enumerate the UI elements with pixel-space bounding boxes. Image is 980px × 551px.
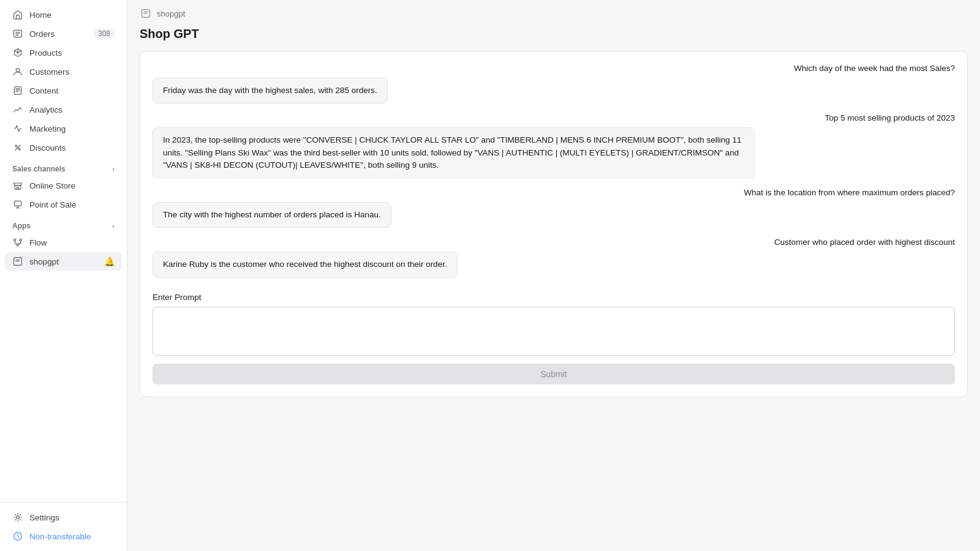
sidebar-item-label: Home xyxy=(29,10,115,20)
sidebar-item-label: Point of Sale xyxy=(29,200,115,209)
sidebar-item-label: shopgpt xyxy=(29,257,98,266)
non-transferable-icon xyxy=(12,531,23,542)
svg-point-7 xyxy=(14,239,16,241)
user-message-1: Which day of the week had the most Sales… xyxy=(794,64,955,73)
sidebar-item-content[interactable]: Content xyxy=(5,81,122,100)
sales-channels-section[interactable]: Sales channels › xyxy=(0,157,127,176)
marketing-icon xyxy=(12,123,23,134)
sidebar-item-label: Non-transferable xyxy=(29,532,115,541)
svg-point-8 xyxy=(20,239,21,241)
flow-icon xyxy=(12,237,23,248)
assistant-message-3: The city with the highest number of orde… xyxy=(153,202,391,228)
message-group-4: Customer who placed order with highest d… xyxy=(153,238,955,277)
svg-point-11 xyxy=(17,516,20,519)
sidebar-item-analytics[interactable]: Analytics xyxy=(5,100,122,119)
chevron-right-icon: › xyxy=(112,222,115,230)
store-icon xyxy=(12,180,23,191)
topbar-app-name: shopgpt xyxy=(157,9,185,18)
products-icon xyxy=(12,47,23,58)
svg-point-1 xyxy=(16,69,20,72)
bell-icon: 🔔 xyxy=(104,257,115,266)
prompt-section: Enter Prompt Submit xyxy=(153,293,955,384)
settings-icon xyxy=(12,512,23,523)
message-group-3: What is the location from where maximum … xyxy=(153,188,955,228)
sidebar-item-home[interactable]: Home xyxy=(5,6,122,24)
sidebar-item-customers[interactable]: Customers xyxy=(5,62,122,81)
analytics-icon xyxy=(12,104,23,115)
svg-rect-2 xyxy=(14,87,21,95)
message-group-2: Top 5 most selling products of 2023 In 2… xyxy=(153,113,955,178)
message-group-1: Which day of the week had the most Sales… xyxy=(153,64,955,103)
sidebar-item-orders[interactable]: Orders 308 xyxy=(5,24,122,43)
sidebar-item-label: Flow xyxy=(29,238,115,247)
sidebar-item-label: Settings xyxy=(29,513,115,522)
sidebar-item-products[interactable]: Products xyxy=(5,43,122,62)
sidebar-item-label: Discounts xyxy=(29,143,115,152)
user-message-2: Top 5 most selling products of 2023 xyxy=(825,113,955,122)
sidebar-item-non-transferable[interactable]: Non-transferable xyxy=(5,527,122,545)
shopgpt-icon xyxy=(12,256,23,267)
sidebar-item-discounts[interactable]: Discounts xyxy=(5,138,122,157)
sidebar-item-label: Customers xyxy=(29,67,115,77)
apps-label: Apps xyxy=(12,222,31,230)
sidebar-item-label: Products xyxy=(29,48,115,58)
svg-point-4 xyxy=(18,148,20,150)
sidebar-item-label: Orders xyxy=(29,29,88,39)
apps-section[interactable]: Apps › xyxy=(0,214,127,233)
sidebar-item-flow[interactable]: Flow xyxy=(5,233,122,252)
orders-badge: 308 xyxy=(94,29,115,39)
pos-icon xyxy=(12,199,23,210)
chat-container: Which day of the week had the most Sales… xyxy=(140,51,968,397)
prompt-label: Enter Prompt xyxy=(153,293,955,302)
sidebar: Home Orders 308 Products Customers Con xyxy=(0,0,127,551)
sidebar-item-label: Online Store xyxy=(29,181,115,190)
svg-rect-6 xyxy=(14,201,21,206)
user-message-3: What is the location from where maximum … xyxy=(744,188,955,197)
assistant-message-2: In 2023, the top-selling products were "… xyxy=(153,127,755,178)
topbar: shopgpt xyxy=(127,0,980,27)
sidebar-item-label: Content xyxy=(29,86,115,96)
discounts-icon xyxy=(12,142,23,153)
sidebar-item-point-of-sale[interactable]: Point of Sale xyxy=(5,195,122,214)
content-icon xyxy=(12,85,23,96)
sidebar-item-settings[interactable]: Settings xyxy=(5,508,122,527)
main-content: shopgpt Shop GPT Which day of the week h… xyxy=(127,0,980,551)
home-icon xyxy=(12,9,23,20)
assistant-message-1: Friday was the day with the highest sale… xyxy=(153,78,388,103)
page-title: Shop GPT xyxy=(127,27,980,51)
customers-icon xyxy=(12,66,23,77)
sales-channels-label: Sales channels xyxy=(12,165,66,173)
assistant-message-4: Karine Ruby is the customer who received… xyxy=(153,252,458,277)
shopgpt-topbar-icon xyxy=(140,7,152,20)
sidebar-item-label: Marketing xyxy=(29,124,115,133)
orders-icon xyxy=(12,28,23,39)
sidebar-item-online-store[interactable]: Online Store xyxy=(5,176,122,195)
user-message-4: Customer who placed order with highest d… xyxy=(774,238,955,247)
prompt-input[interactable] xyxy=(153,307,955,356)
svg-point-3 xyxy=(15,145,17,147)
submit-button[interactable]: Submit xyxy=(153,364,955,384)
chevron-right-icon: › xyxy=(112,165,115,173)
sidebar-item-label: Analytics xyxy=(29,105,115,114)
sidebar-item-marketing[interactable]: Marketing xyxy=(5,119,122,138)
sidebar-item-shopgpt[interactable]: shopgpt 🔔 xyxy=(5,252,122,271)
